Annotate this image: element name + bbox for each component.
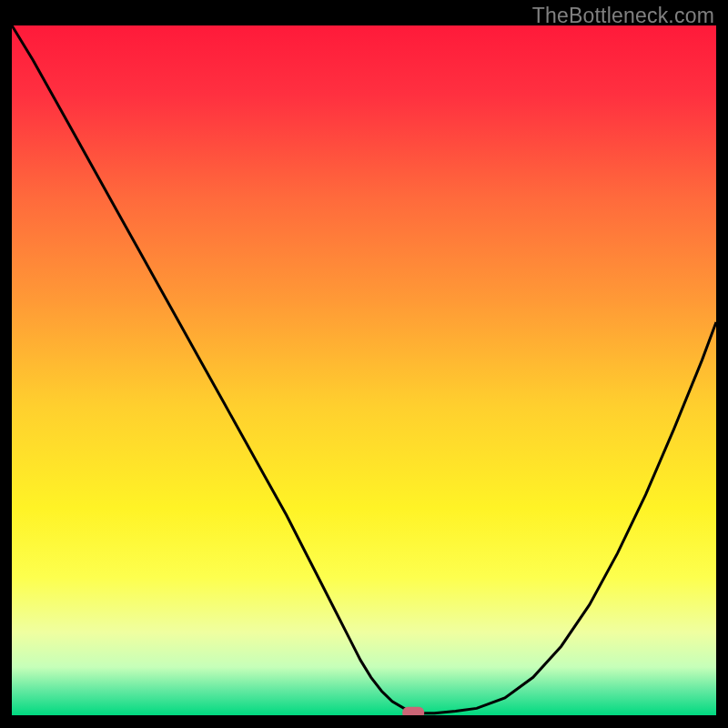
bottleneck-chart <box>12 25 716 715</box>
gradient-background <box>12 25 716 715</box>
chart-frame <box>12 25 716 715</box>
watermark-text: TheBottleneck.com <box>532 4 714 28</box>
minimum-marker <box>402 707 424 715</box>
